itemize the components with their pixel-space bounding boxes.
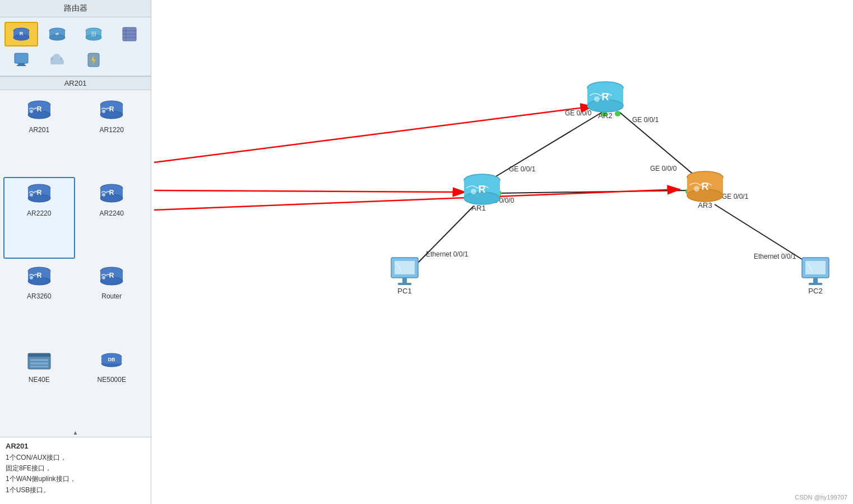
svg-line-66	[482, 112, 602, 185]
category-router[interactable]: R	[4, 22, 38, 46]
category-wireless[interactable]: )))	[77, 22, 110, 46]
sidebar-section-title: 路由器	[0, 0, 151, 17]
svg-point-45	[102, 193, 105, 197]
device-Router-label: Router	[101, 292, 122, 300]
device-AR201[interactable]: R AR201	[3, 94, 75, 176]
svg-text:R: R	[20, 31, 24, 36]
device-AR2240[interactable]: R AR2240	[76, 177, 148, 259]
node-AR3[interactable]: R AR3	[687, 171, 723, 209]
node-PC2[interactable]: PC2	[802, 258, 829, 295]
description-area: AR201 1个CON/AUX接口， 固定8FE接口， 1个WAN侧uplink…	[0, 437, 151, 504]
svg-text:AR3: AR3	[698, 201, 712, 209]
svg-text:GE 0/0/0: GE 0/0/0	[650, 165, 677, 172]
device-NE5000E[interactable]: DB NE5000E	[76, 343, 148, 426]
svg-point-93	[594, 96, 600, 102]
category-switch[interactable]: ⇄	[40, 22, 74, 46]
svg-text:R: R	[702, 181, 709, 192]
svg-rect-110	[398, 283, 411, 285]
svg-rect-108	[395, 261, 415, 274]
svg-line-87	[154, 190, 465, 192]
svg-text:PC1: PC1	[397, 287, 411, 295]
device-grid: R AR201 R AR1220 R	[0, 90, 151, 428]
svg-text:Ethernet 0/0/1: Ethernet 0/0/1	[754, 253, 796, 260]
svg-text:R: R	[479, 184, 486, 195]
svg-text:DB: DB	[108, 357, 115, 362]
category-security[interactable]	[113, 22, 146, 46]
svg-text:PC2: PC2	[808, 287, 822, 295]
sidebar: 路由器 R ⇄ )))	[0, 0, 151, 504]
device-AR3260[interactable]: R AR3260	[3, 260, 75, 342]
category-cloud[interactable]	[40, 49, 74, 71]
svg-point-99	[471, 189, 476, 194]
category-pc[interactable]	[4, 49, 38, 71]
svg-text:GE 0/0/1: GE 0/0/1	[722, 193, 749, 200]
svg-rect-17	[15, 53, 28, 63]
svg-point-30	[30, 110, 33, 113]
svg-rect-59	[30, 362, 48, 365]
device-AR3260-label: AR3260	[27, 292, 51, 300]
svg-point-55	[102, 276, 105, 279]
svg-rect-23	[50, 60, 64, 64]
svg-text:GE 0/0/1: GE 0/0/1	[632, 116, 659, 124]
device-AR2240-label: AR2240	[100, 209, 124, 217]
device-AR1220[interactable]: R AR1220	[76, 94, 148, 176]
svg-text:⇄: ⇄	[55, 32, 59, 36]
device-NE40E-label: NE40E	[29, 376, 50, 384]
svg-text:GE 0/0/1: GE 0/0/1	[509, 165, 536, 173]
svg-text:AR2: AR2	[598, 111, 612, 120]
svg-rect-60	[30, 366, 48, 367]
svg-rect-114	[805, 261, 826, 274]
svg-text:Ethernet 0/0/1: Ethernet 0/0/1	[426, 250, 469, 258]
svg-rect-116	[809, 283, 822, 285]
sidebar-collapse[interactable]: ▲	[0, 428, 151, 437]
device-Router[interactable]: R Router	[76, 260, 148, 342]
svg-rect-115	[813, 278, 818, 283]
svg-point-35	[102, 110, 105, 113]
description-text: 1个CON/AUX接口， 固定8FE接口， 1个WAN侧uplink接口， 1个…	[6, 452, 145, 496]
top-icon-grid: R ⇄ )))	[0, 17, 151, 76]
node-AR1[interactable]: R AR1	[464, 174, 500, 212]
device-AR201-label: AR201	[29, 126, 49, 134]
sidebar-ar-title: AR201	[0, 76, 151, 90]
svg-rect-58	[30, 359, 48, 361]
svg-point-73	[615, 111, 620, 116]
device-NE40E[interactable]: NE40E	[3, 343, 75, 426]
watermark: CSDN @hy199707	[795, 494, 847, 501]
svg-point-40	[30, 193, 33, 197]
svg-text:R: R	[602, 91, 609, 102]
device-AR2220-label: AR2220	[27, 209, 51, 217]
category-power[interactable]	[77, 49, 110, 71]
svg-text:GE 0/0/0: GE 0/0/0	[565, 109, 592, 117]
svg-point-50	[30, 276, 33, 279]
main-canvas[interactable]: GE 0/0/1 GE 0/0/0 GE 0/0/1 GE 0/0/0 GE 0…	[151, 0, 853, 504]
svg-rect-109	[402, 278, 407, 283]
network-diagram: GE 0/0/1 GE 0/0/0 GE 0/0/1 GE 0/0/0 GE 0…	[151, 0, 853, 504]
svg-text:))): )))	[91, 31, 96, 36]
device-AR1220-label: AR1220	[100, 126, 124, 134]
device-AR2220[interactable]: R AR2220	[3, 177, 75, 259]
device-NE5000E-label: NE5000E	[98, 376, 126, 384]
description-title: AR201	[6, 442, 145, 450]
svg-point-105	[694, 186, 699, 192]
svg-text:AR1: AR1	[471, 204, 485, 212]
svg-line-86	[154, 106, 593, 162]
node-PC1[interactable]: PC1	[391, 258, 418, 295]
svg-rect-57	[28, 353, 50, 357]
